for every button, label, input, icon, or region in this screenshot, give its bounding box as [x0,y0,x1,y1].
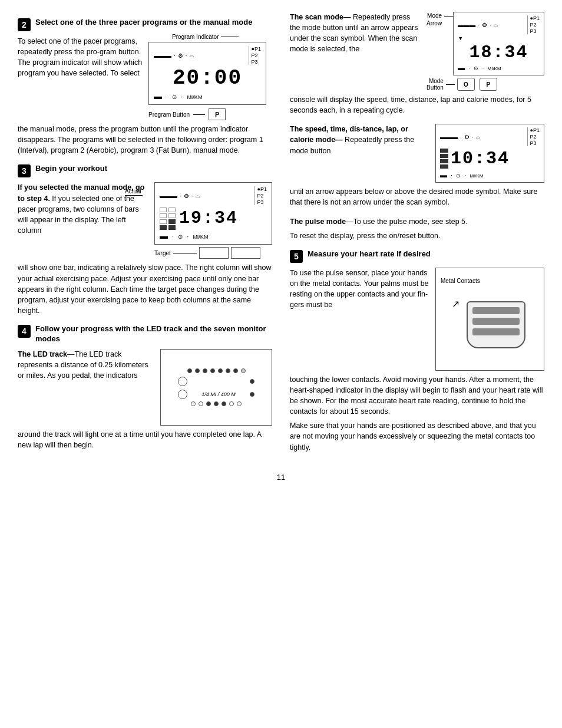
step2-lcd: ▬▬▬ · ⚙ · ⌓ ●P1 P2 P3 [148,42,266,105]
speed-lcd: ▬▬▬ · ⚙ · ⌓ ●P1 P2 P3 [435,124,544,183]
mode-arrow-label-2: Arrow [427,19,442,27]
speed-time: 10:34 [451,149,510,169]
led-track-label: 1/4 MI / 400 M [192,391,245,397]
speed-mode-text: The speed, time, dis-tance, lap, or calo… [290,124,429,183]
step5-circle: 5 [290,250,303,263]
speed-bars [440,149,448,169]
mode-button-label: Mode Button [427,78,444,91]
program-indicator-label: Program Indicator [172,34,239,40]
bars-left [160,206,176,230]
left-column: 2 Select one of the three pacer programs… [18,12,272,461]
mode-btn-O: O [457,78,475,91]
step2-body-partial: To select one of the pacer programs, rep… [18,36,143,79]
step3-header: 3 Begin your workout [18,164,272,177]
lcd3-p-right: ●P1 P2 P3 [254,186,267,205]
step2-circle: 2 [18,18,31,31]
step2-title: Select one of the three pacer programs o… [35,18,252,28]
step3-lcd-wrapper: Actual ▬▬▬ · ⚙ · ⌓ [154,182,272,259]
lcd3-time: 19:34 [179,208,238,228]
speed-mode-body2: until an arrow appears below or above th… [290,186,544,207]
step3-circle: 3 [18,164,31,177]
speed-mode-display: ▬▬▬ · ⚙ · ⌓ ●P1 P2 P3 [435,124,544,183]
pulse-mode-text: The pulse mode—To use the pulse mode, se… [290,216,544,227]
heart-rate-diagram: Metal Contacts ↗ [435,268,544,371]
step2-display: Program Indicator ▬▬▬ · ⚙ · ⌓ [148,36,272,120]
step4-header: 4 Follow your progress with the LED trac… [18,324,272,344]
step5-body2: Make sure that your hands are positioned… [290,420,544,452]
step3-section: 3 Begin your workout If you selected the… [18,164,272,316]
target-display-bar [199,247,229,259]
step2-content: To select one of the pacer programs, rep… [18,36,272,120]
program-button-row: Program Button P [148,108,272,120]
step4-led-display: 1/4 MI / 400 M [160,349,272,426]
step4-title: Follow your progress with the LED track … [35,324,272,344]
lcd3-bottom: ▬ · ⊙ · MI/KM [160,231,267,241]
scan-mode-section: The scan mode— Repeatedly press the mode… [290,12,544,116]
actual-label: Actual [125,188,143,196]
step5-content: To use the pulse sensor, place your hand… [290,268,544,371]
right-column: The scan mode— Repeatedly press the mode… [290,12,544,461]
scan-arrow-row: ▼ [458,35,540,41]
step5-title: Measure your heart rate if desired [308,249,431,259]
mode-btn-P: P [480,78,497,91]
step4-content: The LED track—The LED track represents a… [18,349,272,426]
scan-mode-display: Mode Arrow ▬▬▬ · ⚙ · [427,12,544,91]
metal-contacts-label: Metal Contacts [441,277,480,285]
scan-mode-body2: console will display the speed, time, di… [290,94,544,116]
pulse-mode-section: The pulse mode—To use the pulse mode, se… [290,216,544,241]
step5-section: 5 Measure your heart rate if desired To … [290,249,544,453]
step5-text-left: To use the pulse sensor, place your hand… [290,268,429,371]
step5-body-partial: To use the pulse sensor, place your hand… [290,268,429,311]
target-display-bar2 [231,247,260,259]
step4-led-text: The LED track—The LED track represents a… [18,349,154,381]
step2-lcd-wrapper: Program Indicator ▬▬▬ · ⚙ · ⌓ [148,42,272,120]
hand-illustration: ↗ [449,295,531,360]
lcd-icons: ▬▬▬ · ⚙ · ⌓ [154,52,194,59]
led-track-diagram: 1/4 MI / 400 M [160,349,272,426]
step3-display: Actual ▬▬▬ · ⚙ · ⌓ [154,182,272,259]
lcd-top: ▬▬▬ · ⚙ · ⌓ ●P1 P2 P3 [154,46,261,65]
mode-arrow-label-1: Mode [427,12,442,19]
step3-lcd: ▬▬▬ · ⚙ · ⌓ ●P1 P2 P3 [154,182,272,245]
scan-lcd: ▬▬▬ · ⚙ · ⌓ ●P1 P2 P3 [453,12,544,75]
target-label-row: Target [154,247,272,259]
step5-header: 5 Measure your heart rate if desired [290,249,544,263]
scan-mode-body: The scan mode— Repeatedly press the mode… [290,12,421,55]
scan-mode-content: The scan mode— Repeatedly press the mode… [290,12,544,91]
scan-time: 18:34 [458,42,540,62]
step3-body-full: will show one bar, indicating a relative… [18,262,272,316]
step4-text-left: The LED track—The LED track represents a… [18,349,154,426]
step4-body-full: around the track will light one at a tim… [18,429,272,450]
page-number: 11 [18,473,544,482]
lcd-p-right: ●P1 P2 P3 [249,46,261,65]
step3-content: If you selected the manual mode, go to s… [18,182,272,259]
lcd3-icons: ▬▬▬ · ⚙ · ⌓ [160,193,200,199]
step2-header: 2 Select one of the three pacer programs… [18,18,272,31]
scan-lcd-wrapper: Mode Arrow ▬▬▬ · ⚙ · [427,12,544,91]
reset-text: To reset the display, press the on/reset… [290,230,544,241]
step4-section: 4 Follow your progress with the LED trac… [18,324,272,450]
step5-body-full: touching the lower contacts. Avoid movin… [290,374,544,417]
speed-mode-section: The speed, time, dis-tance, lap, or calo… [290,124,544,207]
page-layout: 2 Select one of the three pacer programs… [18,12,544,461]
speed-mode-body: The speed, time, dis-tance, lap, or calo… [290,124,429,156]
step4-circle: 4 [18,325,31,338]
step2-body-full: the manual mode, press the program butto… [18,124,272,156]
step5-display: Metal Contacts ↗ [435,268,544,371]
speed-mode-content: The speed, time, dis-tance, lap, or calo… [290,124,544,183]
program-button-label: Program Button [148,111,190,118]
lcd-bottom: ▬ · ⊙ · MI/KM [154,91,261,101]
program-button-display: P [209,108,226,120]
target-label: Target [154,250,171,256]
step2-text-left: To select one of the pacer programs, rep… [18,36,143,120]
scan-mode-text: The scan mode— Repeatedly press the mode… [290,12,421,91]
step2-section: 2 Select one of the three pacer programs… [18,18,272,156]
lcd3-top: ▬▬▬ · ⚙ · ⌓ ●P1 P2 P3 [160,186,267,205]
contacts-arrow: ↗ [452,298,459,309]
lcd-time-display: 20:00 [154,66,261,90]
step3-title: Begin your workout [35,164,107,174]
